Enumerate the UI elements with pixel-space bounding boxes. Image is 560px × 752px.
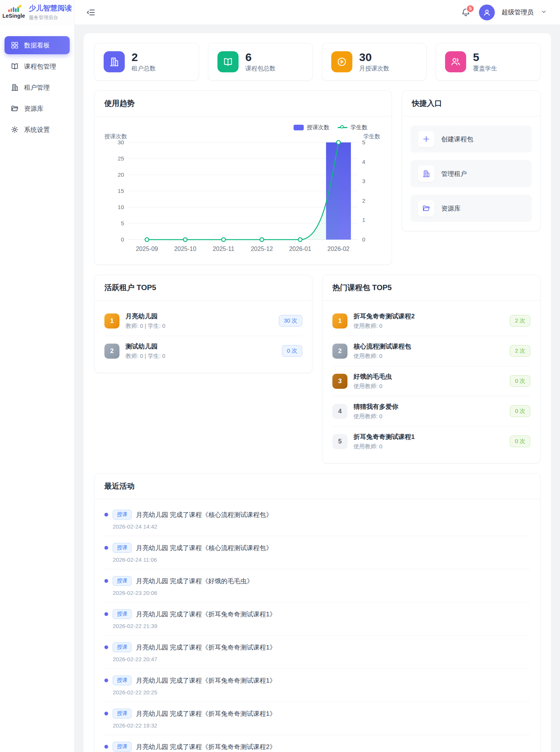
course-rank-row: 5 折耳兔奇奇测试课程1使用教师: 0 0 次 bbox=[332, 426, 530, 456]
rank-badge: 4 bbox=[332, 404, 347, 419]
course-sub: 使用教师: 0 bbox=[353, 353, 504, 360]
recent-activities-title: 最近活动 bbox=[95, 474, 540, 499]
usage-trend-card: 使用趋势 授课次数 学生数 051015202530012345授课次数学生数2… bbox=[94, 90, 392, 265]
activity-text: 月亮幼儿园 完成了课程《折耳兔奇奇测试课程1》 bbox=[136, 643, 276, 652]
activity-time: 2026-02-24 11:06 bbox=[113, 556, 530, 563]
activity-item: 授课月亮幼儿园 完成了课程《折耳兔奇奇测试课程1》 2026-02-22 20:… bbox=[104, 669, 530, 702]
course-rank-row: 3 好饿的毛毛虫使用教师: 0 0 次 bbox=[332, 366, 530, 396]
book-icon bbox=[11, 62, 19, 70]
quick-create-course-package[interactable]: 创建课程包 bbox=[410, 125, 532, 153]
stat-label: 课程包总数 bbox=[245, 65, 275, 73]
folder-icon bbox=[11, 104, 19, 113]
course-name: 折耳兔奇奇测试课程2 bbox=[353, 312, 504, 321]
activity-text: 月亮幼儿园 完成了课程《折耳兔奇奇测试课程2》 bbox=[136, 743, 276, 751]
users-icon bbox=[445, 51, 466, 72]
use-count-badge: 0 次 bbox=[510, 436, 530, 447]
activity-text: 月亮幼儿园 完成了课程《核心流程测试课程包》 bbox=[136, 544, 272, 552]
svg-text:2025-09: 2025-09 bbox=[136, 246, 158, 252]
app-title: 少儿智慧阅读 bbox=[29, 3, 72, 13]
legend-bar-swatch bbox=[294, 125, 304, 130]
main-content: 2 租户总数 6 课程包总数 30 月授课次数 5 覆盖学生 使用趋势 bbox=[75, 25, 560, 752]
stat-label: 月授课次数 bbox=[359, 65, 389, 73]
activity-time: 2026-02-22 20:25 bbox=[113, 689, 530, 695]
activity-tag: 授课 bbox=[113, 576, 132, 586]
quick-entries-title: 快捷入口 bbox=[402, 91, 540, 116]
svg-text:10: 10 bbox=[118, 204, 124, 210]
book-icon bbox=[217, 51, 239, 72]
rank-badge: 1 bbox=[332, 313, 347, 329]
sidebar-item-label: 资源库 bbox=[24, 104, 43, 113]
notification-bell-icon[interactable]: 5 bbox=[459, 6, 472, 19]
sidebar-item-label: 租户管理 bbox=[24, 83, 50, 92]
activity-tag: 授课 bbox=[113, 609, 132, 619]
sidebar-item-resources[interactable]: 资源库 bbox=[5, 99, 70, 118]
rank-badge: 2 bbox=[332, 344, 347, 359]
activity-text: 月亮幼儿园 完成了课程《折耳兔奇奇测试课程1》 bbox=[136, 610, 276, 619]
quick-manage-tenants[interactable]: 管理租户 bbox=[410, 160, 532, 187]
collapse-sidebar-icon[interactable] bbox=[84, 6, 97, 19]
quick-entries-card: 快捷入口 创建课程包 管理租户 资源库 bbox=[402, 90, 540, 231]
chart-legend: 授课次数 学生数 bbox=[103, 124, 383, 131]
rank-badge: 2 bbox=[104, 344, 119, 359]
plus-icon bbox=[418, 131, 435, 147]
stat-value: 30 bbox=[359, 51, 389, 63]
hot-course-packages-card: 热门课程包 TOP5 1 折耳兔奇奇测试课程2使用教师: 0 2 次 2 核心流… bbox=[322, 275, 540, 463]
svg-text:30: 30 bbox=[118, 139, 124, 145]
svg-text:1: 1 bbox=[362, 217, 365, 223]
activity-item: 授课月亮幼儿园 完成了课程《好饿的毛毛虫》 2026-02-23 20:06 bbox=[104, 569, 530, 602]
course-sub: 使用教师: 0 bbox=[353, 383, 504, 390]
svg-text:2025-11: 2025-11 bbox=[213, 246, 234, 252]
user-menu-chevron-down-icon[interactable] bbox=[540, 8, 547, 17]
course-sub: 使用教师: 0 bbox=[353, 443, 504, 450]
stat-value: 2 bbox=[132, 51, 156, 63]
activity-time: 2026-02-22 20:47 bbox=[113, 656, 530, 662]
activity-time: 2026-02-22 21:39 bbox=[113, 623, 530, 629]
use-count-badge: 2 次 bbox=[510, 315, 530, 327]
dashboard-grid-icon bbox=[11, 41, 19, 49]
lesson-count-badge: 0 次 bbox=[282, 345, 302, 357]
activity-text: 月亮幼儿园 完成了课程《核心流程测试课程包》 bbox=[136, 511, 272, 519]
user-name[interactable]: 超级管理员 bbox=[502, 8, 534, 17]
tenant-sub: 教师: 0 | 学生: 0 bbox=[125, 353, 276, 360]
activity-dot bbox=[104, 546, 108, 550]
sidebar-item-course-packages[interactable]: 课程包管理 bbox=[5, 57, 70, 75]
activity-tag: 授课 bbox=[113, 742, 132, 752]
stat-value: 6 bbox=[245, 51, 275, 63]
activity-dot bbox=[104, 679, 108, 682]
activity-dot bbox=[104, 513, 108, 517]
use-count-badge: 0 次 bbox=[510, 405, 530, 417]
course-name: 核心流程测试课程包 bbox=[353, 342, 504, 351]
svg-text:学生数: 学生数 bbox=[363, 133, 380, 139]
activity-dot bbox=[104, 745, 108, 749]
quick-resource-library[interactable]: 资源库 bbox=[410, 195, 532, 222]
sidebar-item-tenants[interactable]: 租户管理 bbox=[5, 78, 70, 96]
svg-text:5: 5 bbox=[362, 139, 365, 145]
course-rank-row: 4 猜猜我有多爱你使用教师: 0 0 次 bbox=[332, 396, 530, 426]
building-icon bbox=[418, 165, 435, 182]
svg-text:25: 25 bbox=[118, 155, 124, 162]
folder-icon bbox=[418, 200, 435, 217]
svg-text:2: 2 bbox=[362, 197, 365, 204]
trend-chart-svg: 051015202530012345授课次数学生数2025-092025-102… bbox=[103, 131, 382, 256]
usage-trend-title: 使用趋势 bbox=[95, 91, 392, 116]
activity-tag: 授课 bbox=[113, 543, 132, 553]
brand-name: LeSingle bbox=[3, 13, 25, 19]
stat-value: 5 bbox=[473, 51, 497, 63]
stat-card-course-packages: 6 课程包总数 bbox=[208, 43, 313, 81]
play-circle-icon bbox=[331, 51, 352, 72]
tenant-name: 测试幼儿园 bbox=[125, 342, 276, 351]
course-rank-row: 2 核心流程测试课程包使用教师: 0 2 次 bbox=[332, 336, 530, 366]
building-icon bbox=[104, 51, 125, 72]
user-avatar[interactable] bbox=[479, 5, 495, 20]
sidebar-item-dashboard[interactable]: 数据看板 bbox=[5, 36, 70, 54]
notification-count-badge: 5 bbox=[466, 5, 474, 13]
stats-row: 2 租户总数 6 课程包总数 30 月授课次数 5 覆盖学生 bbox=[94, 43, 540, 81]
rank-badge: 5 bbox=[332, 434, 347, 449]
activity-time: 2026-02-23 20:06 bbox=[113, 590, 530, 596]
activity-tag: 授课 bbox=[113, 642, 132, 652]
app-subtitle: 服务管理后台 bbox=[29, 14, 72, 21]
activity-tag: 授课 bbox=[113, 510, 132, 520]
svg-text:2026-01: 2026-01 bbox=[289, 246, 311, 252]
sidebar-item-settings[interactable]: 系统设置 bbox=[5, 121, 70, 139]
usage-trend-chart: 授课次数 学生数 051015202530012345授课次数学生数2025-0… bbox=[95, 116, 392, 264]
